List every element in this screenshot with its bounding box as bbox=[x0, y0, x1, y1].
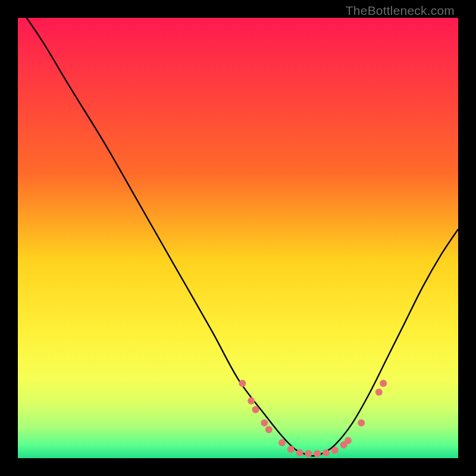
chart-frame bbox=[18, 18, 458, 458]
scatter-point bbox=[248, 397, 255, 405]
scatter-point bbox=[358, 419, 365, 427]
scatter-point bbox=[261, 419, 268, 427]
scatter-point bbox=[305, 450, 312, 458]
chart-svg bbox=[18, 18, 458, 458]
scatter-point bbox=[239, 380, 246, 387]
scatter-point bbox=[345, 437, 352, 444]
scatter-point bbox=[314, 450, 321, 458]
scatter-point bbox=[375, 389, 383, 396]
scatter-point bbox=[296, 449, 303, 456]
scatter-point bbox=[331, 447, 339, 454]
watermark-text: TheBottleneck.com bbox=[346, 4, 455, 18]
scatter-point bbox=[322, 449, 330, 456]
scatter-point bbox=[252, 406, 259, 414]
scatter-point bbox=[287, 446, 295, 453]
scatter-point bbox=[380, 380, 387, 387]
chart-background bbox=[18, 18, 458, 458]
scatter-point bbox=[278, 439, 286, 446]
scatter-point bbox=[265, 426, 273, 433]
